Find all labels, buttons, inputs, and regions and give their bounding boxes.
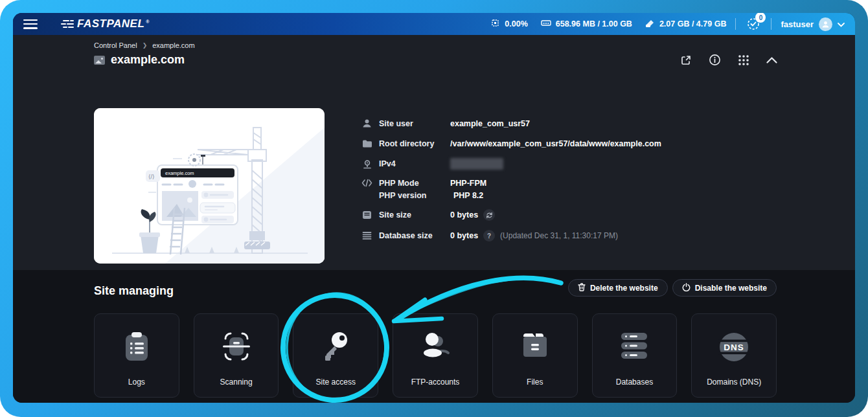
cpu-stat[interactable]: 0.00% — [490, 18, 527, 30]
folder-icon — [361, 139, 372, 148]
card-scanning-label: Scanning — [220, 378, 253, 387]
card-site-access-label: Site access — [316, 378, 356, 387]
site-illustration: example.com — [94, 108, 325, 264]
database-size-help-button[interactable]: ? — [483, 230, 495, 242]
managing-cards: Logs Scanning Site access — [94, 313, 777, 398]
disk-stat[interactable]: 2.07 GB / 4.79 GB — [645, 19, 727, 30]
title-row: example.com — [94, 53, 777, 67]
site-size-value: 0 bytes — [450, 210, 478, 220]
disable-website-button[interactable]: Disable the website — [672, 279, 777, 297]
card-ftp-accounts[interactable]: FTP-accounts — [393, 313, 478, 398]
chevron-down-icon — [838, 18, 845, 30]
disk-value: 2.07 GB / 4.79 GB — [659, 19, 727, 28]
site-user-value: example_com_usr57 — [450, 119, 530, 128]
site-managing-heading: Site managing — [94, 284, 174, 298]
menu-icon[interactable] — [23, 19, 38, 29]
delete-website-label: Delete the website — [590, 284, 658, 293]
delete-website-button[interactable]: Delete the website — [568, 279, 668, 297]
topbar-divider — [735, 18, 736, 30]
card-domains-dns-label: Domains (DNS) — [707, 378, 761, 387]
avatar — [819, 17, 832, 31]
database-size-label: Database size — [379, 231, 450, 240]
breadcrumb-control-panel[interactable]: Control Panel — [94, 41, 137, 49]
illustration-browser-url: example.com — [165, 170, 194, 176]
card-domains-dns[interactable]: DNS Domains (DNS) — [691, 313, 777, 398]
site-size-row: Site size 0 bytes — [361, 209, 776, 221]
disk-icon — [645, 19, 655, 30]
svg-text:⟨/⟩: ⟨/⟩ — [148, 174, 155, 180]
screenshot-canvas: FASTPANEL ® 0.00% 658.96 MB / 1.00 GB — [0, 0, 868, 417]
user-menu[interactable]: fastuser — [781, 17, 845, 31]
database-size-value: 0 bytes — [450, 231, 478, 240]
topbar-divider-2 — [771, 18, 771, 30]
root-directory-value: /var/www/example_com_usr57/data/www/exam… — [450, 139, 661, 148]
php-mode-value: PHP-FPM — [450, 179, 486, 188]
collapse-chevron-up-icon[interactable] — [766, 57, 777, 63]
logs-icon — [122, 331, 151, 366]
brand-registered-mark: ® — [146, 19, 149, 24]
php-mode-label: PHP Mode — [379, 179, 450, 188]
apps-grid-icon[interactable] — [738, 54, 749, 66]
card-files-label: Files — [527, 378, 543, 387]
site-user-label: Site user — [379, 119, 450, 128]
card-logs-label: Logs — [128, 378, 145, 387]
key-icon — [320, 331, 351, 366]
tasks-badge: 0 — [755, 13, 766, 23]
ipv4-redacted-value — [450, 158, 503, 170]
tasks-button[interactable]: 0 — [745, 16, 762, 32]
php-row: PHP Mode PHP version PHP-FPM PHP 8.2 — [361, 179, 776, 200]
open-site-external-icon[interactable] — [680, 54, 692, 66]
storage-icon — [361, 210, 372, 220]
ram-stat[interactable]: 658.96 MB / 1.00 GB — [541, 19, 632, 29]
root-directory-row: Root directory /var/www/example_com_usr5… — [361, 138, 776, 149]
ipv4-row: IPv4 — [361, 158, 776, 170]
ipv4-label: IPv4 — [379, 159, 450, 168]
svg-text:DNS: DNS — [724, 343, 744, 352]
site-info-list: Site user example_com_usr57 Root directo… — [361, 118, 776, 251]
site-overview-section: Control Panel ❯ example.com example.com — [13, 35, 855, 270]
breadcrumb: Control Panel ❯ example.com — [94, 41, 195, 49]
cpu-value: 0.00% — [505, 19, 527, 28]
site-size-label: Site size — [379, 210, 450, 220]
card-databases[interactable]: Databases — [592, 313, 678, 398]
site-user-row: Site user example_com_usr57 — [361, 118, 776, 129]
database-icon — [361, 231, 372, 240]
root-directory-label: Root directory — [379, 139, 450, 148]
power-icon — [682, 283, 691, 293]
trash-icon — [578, 283, 586, 293]
card-files[interactable]: Files — [492, 313, 578, 398]
databases-icon — [619, 331, 650, 363]
database-size-updated-note: (Updated Dec 31, 1, 11:30:17 PM) — [500, 231, 618, 240]
card-logs[interactable]: Logs — [94, 313, 179, 398]
code-icon — [361, 179, 372, 187]
ftp-accounts-icon — [418, 331, 452, 365]
cpu-icon — [490, 18, 500, 30]
user-icon — [361, 118, 372, 128]
ram-icon — [541, 19, 551, 29]
brand-logo[interactable]: FASTPANEL ® — [61, 17, 149, 30]
refresh-site-size-button[interactable] — [483, 209, 495, 221]
site-managing-section: Site managing Delete the website Disable… — [13, 270, 855, 403]
location-icon — [361, 159, 372, 169]
info-icon[interactable] — [709, 54, 721, 66]
card-ftp-accounts-label: FTP-accounts — [411, 378, 460, 387]
scanning-icon — [220, 331, 253, 365]
dns-icon: DNS — [718, 331, 750, 366]
php-version-value: PHP 8.2 — [453, 191, 483, 200]
page-title: example.com — [111, 53, 185, 67]
brand-name: FASTPANEL — [77, 17, 144, 30]
site-image-icon — [94, 56, 105, 65]
top-bar: FASTPANEL ® 0.00% 658.96 MB / 1.00 GB — [13, 13, 855, 35]
database-size-row: Database size 0 bytes ? (Updated Dec 31,… — [361, 230, 776, 242]
app-window: FASTPANEL ® 0.00% 658.96 MB / 1.00 GB — [13, 13, 855, 403]
ram-value: 658.96 MB / 1.00 GB — [556, 19, 632, 28]
card-site-access[interactable]: Site access — [293, 313, 378, 398]
breadcrumb-chevron-icon: ❯ — [143, 42, 148, 49]
card-scanning[interactable]: Scanning — [194, 313, 279, 398]
resource-stats: 0.00% 658.96 MB / 1.00 GB 2.07 GB / 4.79… — [490, 18, 726, 30]
files-folder-icon — [520, 331, 551, 362]
breadcrumb-site[interactable]: example.com — [152, 41, 194, 49]
php-version-label: PHP version — [379, 191, 450, 200]
disable-website-label: Disable the website — [695, 284, 767, 293]
card-databases-label: Databases — [616, 378, 653, 387]
